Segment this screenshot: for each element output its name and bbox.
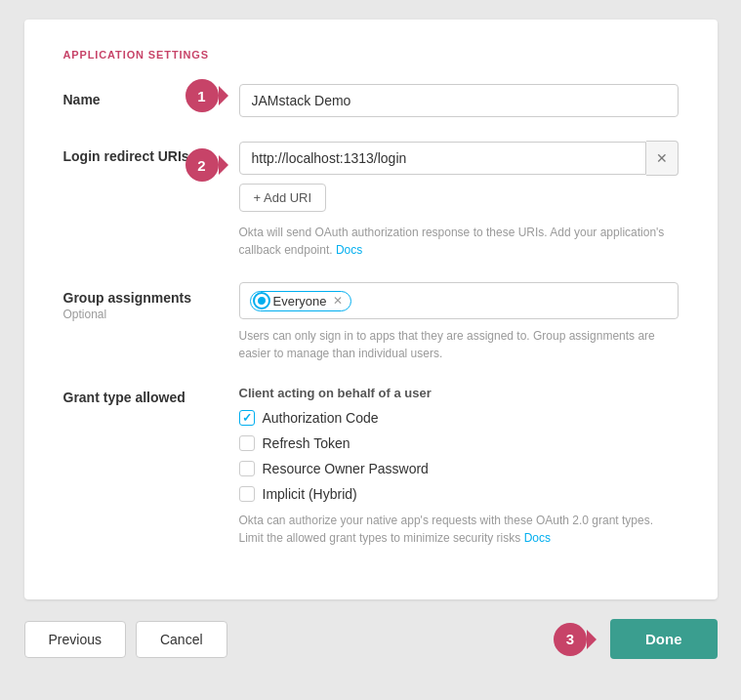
checkbox-authorization-code: ✓ Authorization Code bbox=[239, 410, 679, 426]
grant-label-col: Grant type allowed bbox=[63, 386, 239, 405]
step3-circle: 3 bbox=[554, 623, 587, 656]
group-row: Group assignments Optional Everyone ✕ Us… bbox=[63, 282, 679, 362]
checkbox-resource-owner-box[interactable] bbox=[239, 461, 255, 476]
step2-arrow bbox=[219, 155, 228, 175]
application-settings-card: APPLICATION SETTINGS 1 Name bbox=[24, 20, 718, 599]
grant-label: Grant type allowed bbox=[63, 390, 185, 405]
checkbox-refresh-token: Refresh Token bbox=[239, 435, 679, 451]
done-button[interactable]: Done bbox=[610, 619, 718, 659]
group-tag: Everyone ✕ bbox=[250, 291, 352, 311]
step1-arrow bbox=[219, 86, 228, 105]
cancel-button[interactable]: Cancel bbox=[136, 621, 227, 658]
group-tag-label: Everyone bbox=[273, 294, 327, 309]
checkbox-implicit-label: Implicit (Hybrid) bbox=[263, 486, 357, 502]
name-input[interactable] bbox=[239, 84, 679, 117]
grant-help-text: Okta can authorize your native app's req… bbox=[239, 512, 679, 547]
uri-row: ✕ bbox=[239, 141, 679, 176]
grant-client-label: Client acting on behalf of a user bbox=[239, 386, 679, 400]
step3-badge: 3 bbox=[554, 623, 597, 656]
redirect-content: ✕ + Add URI Okta will send OAuth authori… bbox=[239, 141, 679, 259]
step1-circle: 1 bbox=[185, 79, 219, 112]
group-tag-close[interactable]: ✕ bbox=[333, 294, 343, 308]
group-optional: Optional bbox=[63, 308, 107, 321]
name-label: Name bbox=[63, 92, 101, 107]
checkbox-refresh-token-label: Refresh Token bbox=[263, 435, 350, 451]
group-tag-input[interactable]: Everyone ✕ bbox=[239, 282, 679, 319]
redirect-docs-link[interactable]: Docs bbox=[336, 243, 362, 257]
grant-content: Client acting on behalf of a user ✓ Auth… bbox=[239, 386, 679, 547]
grant-docs-link[interactable]: Docs bbox=[524, 531, 551, 545]
redirect-uri-main: 2 Login redirect URIs ✕ + Add URI Okta w… bbox=[63, 141, 679, 259]
checkbox-resource-owner-label: Resource Owner Password bbox=[263, 461, 429, 476]
checkbox-resource-owner: Resource Owner Password bbox=[239, 461, 679, 476]
step2-badge: 2 bbox=[185, 148, 228, 182]
group-label-col: Group assignments Optional bbox=[63, 282, 239, 321]
checkbox-implicit: Implicit (Hybrid) bbox=[239, 486, 679, 502]
footer-left: Previous Cancel bbox=[24, 621, 227, 658]
redirect-help-text: Okta will send OAuth authorization respo… bbox=[239, 224, 679, 259]
footer-bar: Previous Cancel 3 Done bbox=[24, 619, 718, 659]
checkbox-implicit-box[interactable] bbox=[239, 486, 255, 502]
name-label-col: 1 Name bbox=[63, 84, 239, 107]
group-tag-radio bbox=[255, 294, 268, 308]
name-row: 1 Name bbox=[63, 84, 679, 117]
step1-badge: 1 bbox=[185, 79, 228, 112]
footer-right: 3 Done bbox=[554, 619, 718, 659]
section-title: APPLICATION SETTINGS bbox=[63, 49, 679, 61]
step3-arrow bbox=[587, 630, 597, 649]
grant-row: Grant type allowed Client acting on beha… bbox=[63, 386, 679, 547]
group-help-text: Users can only sign in to apps that they… bbox=[239, 327, 679, 362]
checkbox-authorization-code-label: Authorization Code bbox=[263, 410, 379, 426]
group-label: Group assignments bbox=[63, 290, 191, 306]
previous-button[interactable]: Previous bbox=[24, 621, 126, 658]
redirect-uri-row: 2 Login redirect URIs ✕ + Add URI Okta w… bbox=[63, 141, 679, 259]
redirect-label-col: 2 Login redirect URIs bbox=[63, 141, 239, 164]
uri-input[interactable] bbox=[239, 142, 646, 175]
name-input-wrapper bbox=[239, 84, 679, 117]
checkbox-authorization-code-box[interactable]: ✓ bbox=[239, 410, 255, 426]
check-icon-1: ✓ bbox=[242, 411, 252, 425]
add-uri-button[interactable]: + Add URI bbox=[239, 184, 327, 212]
step2-circle: 2 bbox=[185, 148, 219, 182]
uri-clear-button[interactable]: ✕ bbox=[646, 141, 679, 176]
group-content: Everyone ✕ Users can only sign in to app… bbox=[239, 282, 679, 362]
redirect-label: Login redirect URIs bbox=[63, 148, 189, 164]
checkbox-refresh-token-box[interactable] bbox=[239, 435, 255, 451]
